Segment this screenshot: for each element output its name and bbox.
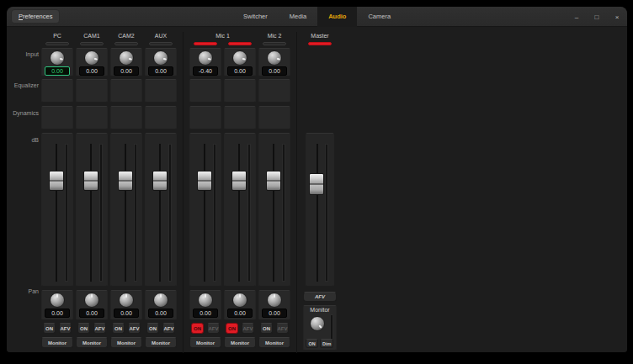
input-section: 0.00 bbox=[224, 48, 256, 76]
input-gain-knob[interactable] bbox=[50, 50, 65, 66]
pan-knob[interactable] bbox=[84, 293, 99, 308]
monitor-volume-knob[interactable] bbox=[310, 316, 325, 331]
channel-buttons: ON AFV bbox=[226, 323, 254, 334]
pan-knob[interactable] bbox=[267, 293, 282, 308]
afv-button[interactable]: AFV bbox=[276, 323, 289, 334]
input-gain-value[interactable]: -0.40 bbox=[193, 66, 218, 76]
input-gain-value[interactable]: 0.00 bbox=[79, 66, 104, 76]
pan-knob[interactable] bbox=[198, 293, 213, 308]
channel-activity-meter bbox=[263, 42, 286, 45]
channel-activity-meter bbox=[114, 42, 138, 45]
monitor-button[interactable]: Monitor bbox=[110, 337, 142, 348]
on-button[interactable]: ON bbox=[260, 323, 273, 334]
dynamics-section[interactable] bbox=[224, 106, 256, 129]
monitor-button[interactable]: Monitor bbox=[224, 337, 256, 348]
tab-camera[interactable]: Camera bbox=[357, 7, 402, 27]
preferences-button[interactable]: Preferences bbox=[11, 9, 60, 24]
channel-name: CAM2 bbox=[110, 32, 142, 40]
fader-handle[interactable] bbox=[83, 171, 98, 191]
equalizer-section[interactable] bbox=[224, 79, 256, 103]
on-button[interactable]: ON bbox=[146, 323, 159, 334]
pan-value[interactable]: 0.00 bbox=[148, 309, 173, 318]
input-gain-value[interactable]: 0.00 bbox=[45, 66, 70, 76]
maximize-icon[interactable]: □ bbox=[593, 13, 600, 21]
dynamics-section[interactable] bbox=[145, 106, 177, 129]
channel-strip: 0.00 0.00 ON AFV Monitor bbox=[110, 42, 142, 348]
input-section: 0.00 bbox=[41, 48, 73, 76]
fader-section bbox=[76, 133, 108, 287]
knob-pointer-icon bbox=[49, 50, 66, 66]
pan-knob[interactable] bbox=[50, 293, 65, 308]
equalizer-section[interactable] bbox=[110, 79, 142, 103]
equalizer-section[interactable] bbox=[76, 79, 108, 103]
equalizer-section[interactable] bbox=[258, 79, 290, 103]
input-gain-value[interactable]: 0.00 bbox=[114, 66, 139, 76]
on-button[interactable]: ON bbox=[191, 323, 204, 334]
pan-knob[interactable] bbox=[119, 293, 134, 308]
monitor-button[interactable]: Monitor bbox=[145, 337, 177, 348]
dynamics-section[interactable] bbox=[41, 106, 73, 129]
input-gain-value[interactable]: 0.00 bbox=[262, 66, 287, 76]
master-afv-button[interactable]: AFV bbox=[303, 292, 337, 302]
afv-button[interactable]: AFV bbox=[242, 323, 254, 334]
fader-handle[interactable] bbox=[152, 171, 168, 191]
fader-handle[interactable] bbox=[118, 171, 133, 191]
fader-section bbox=[145, 133, 177, 287]
equalizer-section[interactable] bbox=[145, 79, 177, 103]
afv-button[interactable]: AFV bbox=[59, 323, 72, 334]
dynamics-section[interactable] bbox=[189, 106, 221, 129]
input-gain-knob[interactable] bbox=[198, 50, 213, 66]
input-gain-value[interactable]: 0.00 bbox=[227, 66, 253, 76]
pan-knob[interactable] bbox=[153, 293, 168, 308]
input-gain-knob[interactable] bbox=[153, 50, 168, 66]
equalizer-section[interactable] bbox=[41, 79, 73, 103]
dynamics-section[interactable] bbox=[258, 106, 290, 129]
dynamics-section[interactable] bbox=[76, 106, 108, 129]
pan-value[interactable]: 0.00 bbox=[79, 309, 104, 318]
dynamics-section[interactable] bbox=[110, 106, 142, 129]
fader-handle[interactable] bbox=[49, 171, 64, 191]
row-label-input: Input bbox=[8, 51, 39, 57]
afv-button[interactable]: AFV bbox=[93, 323, 106, 334]
channel-buttons: ON AFV bbox=[191, 323, 220, 334]
afv-button[interactable]: AFV bbox=[162, 323, 175, 334]
channel-strip: 0.00 0.00 ON AFV Monitor bbox=[145, 42, 177, 348]
monitor-on-button[interactable]: ON bbox=[306, 339, 318, 348]
input-gain-knob[interactable] bbox=[267, 50, 282, 66]
minimize-icon[interactable]: – bbox=[573, 13, 580, 21]
monitor-button[interactable]: Monitor bbox=[258, 337, 290, 348]
monitor-button[interactable]: Monitor bbox=[76, 337, 108, 348]
pan-value[interactable]: 0.00 bbox=[45, 309, 70, 318]
tab-audio[interactable]: Audio bbox=[317, 7, 357, 27]
input-gain-value[interactable]: 0.00 bbox=[148, 66, 173, 76]
pan-knob[interactable] bbox=[232, 293, 247, 308]
afv-button[interactable]: AFV bbox=[207, 323, 220, 334]
fader-track bbox=[56, 144, 57, 282]
pan-value[interactable]: 0.00 bbox=[262, 309, 287, 318]
equalizer-section[interactable] bbox=[189, 79, 221, 103]
fader-handle[interactable] bbox=[309, 173, 324, 195]
tab-switcher[interactable]: Switcher bbox=[232, 7, 279, 27]
tab-media[interactable]: Media bbox=[279, 7, 317, 27]
pan-value[interactable]: 0.00 bbox=[114, 309, 139, 318]
input-gain-knob[interactable] bbox=[119, 50, 134, 66]
row-label-dynamics: Dynamics bbox=[8, 110, 39, 116]
fader-handle[interactable] bbox=[197, 171, 212, 191]
on-button[interactable]: ON bbox=[43, 323, 56, 334]
on-button[interactable]: ON bbox=[77, 323, 90, 334]
on-button[interactable]: ON bbox=[112, 323, 125, 334]
pan-value[interactable]: 0.00 bbox=[193, 309, 218, 318]
close-icon[interactable]: × bbox=[614, 13, 620, 21]
on-button[interactable]: ON bbox=[226, 323, 238, 334]
fader-section bbox=[110, 133, 142, 287]
afv-button[interactable]: AFV bbox=[128, 323, 141, 334]
pan-value[interactable]: 0.00 bbox=[227, 309, 253, 318]
fader-handle[interactable] bbox=[266, 171, 281, 191]
fader-handle[interactable] bbox=[231, 171, 247, 191]
input-gain-knob[interactable] bbox=[84, 50, 99, 66]
knob-pointer-icon bbox=[197, 50, 214, 66]
monitor-button[interactable]: Monitor bbox=[189, 337, 221, 348]
monitor-button[interactable]: Monitor bbox=[41, 337, 73, 348]
input-gain-knob[interactable] bbox=[232, 50, 247, 66]
monitor-dim-button[interactable]: Dim bbox=[320, 339, 333, 348]
